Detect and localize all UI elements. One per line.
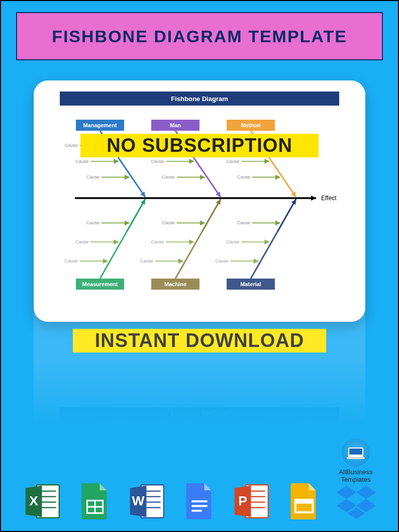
svg-text:Cause: Cause (237, 174, 250, 180)
svg-text:Cause: Cause (65, 143, 78, 148)
svg-text:Cause: Cause (226, 239, 239, 244)
svg-text:Cause: Cause (151, 159, 164, 164)
overlay-no-subscription-text: NO SUBSCRIPTION (107, 135, 292, 156)
svg-marker-27 (200, 174, 205, 180)
dropbox-icon (337, 482, 376, 521)
fishbone-title-text: Fishbone Diagram (171, 95, 228, 103)
docs-icon (180, 482, 219, 521)
svg-marker-63 (189, 239, 194, 244)
svg-text:X: X (29, 493, 38, 508)
svg-marker-37 (264, 159, 269, 164)
svg-marker-11 (114, 159, 119, 164)
svg-line-57 (175, 199, 221, 279)
svg-line-44 (100, 199, 145, 279)
svg-marker-110 (337, 486, 356, 499)
svg-text:Method: Method (241, 122, 260, 128)
svg-marker-66 (200, 220, 205, 225)
powerpoint-icon: P (232, 482, 271, 521)
svg-marker-79 (275, 220, 280, 225)
page-outer: FISHBONE DIAGRAM TEMPLATE Fishbone Diagr… (0, 0, 399, 532)
svg-text:Cause: Cause (65, 258, 78, 263)
svg-text:Cause: Cause (162, 220, 175, 225)
svg-text:Cause: Cause (216, 258, 229, 263)
svg-marker-47 (103, 258, 108, 263)
overlay-instant-download-text: INSTANT DOWNLOAD (95, 330, 304, 351)
excel-icon: X (23, 482, 62, 521)
svg-marker-53 (125, 220, 130, 225)
svg-text:Cause: Cause (75, 239, 88, 244)
svg-marker-76 (264, 239, 269, 244)
preview-card: Fishbone Diagram EffectManagementCauseCa… (34, 80, 365, 322)
svg-line-70 (251, 199, 296, 279)
svg-marker-14 (125, 174, 130, 180)
reflection-fade (34, 361, 365, 436)
format-icon-row: X W (1, 471, 398, 521)
svg-text:W: W (132, 493, 145, 508)
svg-text:Cause: Cause (86, 174, 99, 180)
page-title-text: FISHBONE DIAGRAM TEMPLATE (52, 27, 347, 46)
svg-text:Cause: Cause (151, 239, 164, 244)
svg-rect-109 (295, 500, 313, 504)
preview-card-wrap: Fishbone Diagram EffectManagementCauseCa… (34, 80, 365, 362)
sheets-icon (75, 482, 115, 521)
svg-text:Cause: Cause (237, 220, 250, 225)
svg-marker-40 (275, 174, 280, 180)
page-title: FISHBONE DIAGRAM TEMPLATE (16, 12, 383, 60)
svg-text:Cause: Cause (162, 174, 175, 180)
svg-marker-73 (254, 258, 259, 263)
svg-text:P: P (238, 493, 247, 508)
svg-text:Cause: Cause (226, 159, 239, 164)
svg-text:Man: Man (170, 122, 181, 128)
slides-icon (284, 482, 324, 521)
svg-text:Management: Management (83, 122, 117, 128)
svg-marker-50 (114, 239, 119, 244)
svg-text:Machine: Machine (164, 281, 186, 287)
svg-marker-60 (178, 258, 183, 263)
svg-text:Material: Material (240, 281, 261, 287)
svg-text:Cause: Cause (75, 159, 88, 164)
laptop-icon (348, 448, 363, 458)
svg-marker-1 (311, 196, 316, 201)
svg-text:Effect: Effect (321, 195, 337, 202)
word-icon: W (128, 482, 167, 521)
svg-marker-111 (356, 486, 376, 499)
overlay-no-subscription: NO SUBSCRIPTION (80, 134, 319, 157)
svg-text:Cause: Cause (86, 220, 99, 225)
fishbone-title-bar: Fishbone Diagram (60, 92, 339, 106)
svg-marker-24 (189, 159, 194, 164)
brand-circle-icon (342, 438, 370, 467)
reflection-title: Fishbone Diagram (171, 411, 228, 418)
overlay-instant-download: INSTANT DOWNLOAD (73, 329, 326, 352)
svg-text:Measurement: Measurement (82, 281, 118, 287)
svg-text:Cause: Cause (140, 258, 153, 263)
card-reflection: Fishbone Diagram (34, 362, 365, 432)
